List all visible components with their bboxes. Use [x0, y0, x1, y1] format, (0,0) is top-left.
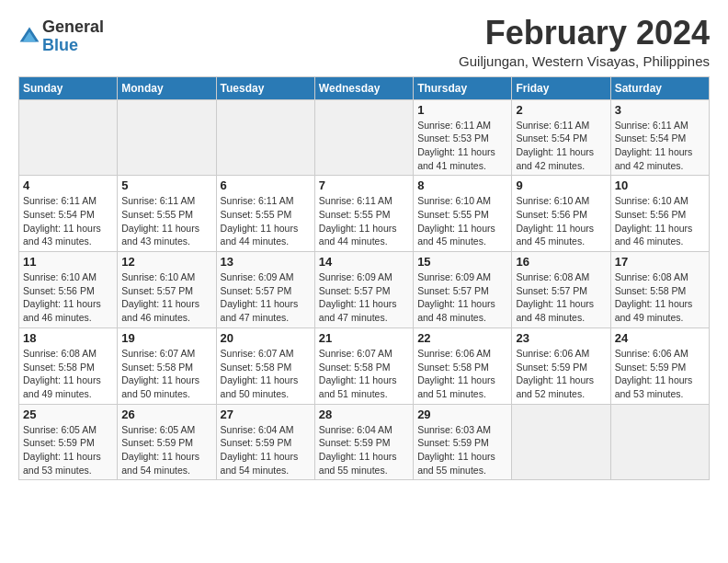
calendar-cell: 29Sunrise: 6:03 AM Sunset: 5:59 PM Dayli… [414, 404, 512, 480]
day-number: 12 [121, 255, 211, 269]
logo-icon [18, 26, 40, 48]
calendar-cell [610, 404, 709, 480]
calendar-cell [314, 99, 413, 176]
day-number: 4 [23, 178, 113, 192]
calendar-cell: 24Sunrise: 6:06 AM Sunset: 5:59 PM Dayli… [610, 327, 709, 404]
day-number: 10 [615, 178, 705, 192]
day-number: 2 [516, 103, 606, 117]
header-row: SundayMondayTuesdayWednesdayThursdayFrid… [19, 76, 710, 99]
calendar-cell: 6Sunrise: 6:11 AM Sunset: 5:55 PM Daylig… [216, 176, 314, 252]
calendar-cell: 19Sunrise: 6:07 AM Sunset: 5:58 PM Dayli… [118, 327, 216, 404]
calendar-cell: 2Sunrise: 6:11 AM Sunset: 5:54 PM Daylig… [512, 99, 610, 176]
calendar-week-2: 4Sunrise: 6:11 AM Sunset: 5:54 PM Daylig… [19, 176, 710, 252]
day-info: Sunrise: 6:08 AM Sunset: 5:57 PM Dayligh… [516, 270, 606, 325]
calendar-cell: 1Sunrise: 6:11 AM Sunset: 5:53 PM Daylig… [414, 99, 512, 176]
month-title: February 2024 [459, 15, 710, 52]
logo-blue: Blue [42, 37, 104, 55]
day-info: Sunrise: 6:11 AM Sunset: 5:54 PM Dayligh… [23, 194, 113, 248]
calendar-week-1: 1Sunrise: 6:11 AM Sunset: 5:53 PM Daylig… [19, 99, 710, 176]
day-info: Sunrise: 6:05 AM Sunset: 5:59 PM Dayligh… [23, 423, 113, 477]
day-info: Sunrise: 6:08 AM Sunset: 5:58 PM Dayligh… [615, 270, 705, 325]
logo-general: General [42, 18, 104, 37]
calendar-cell: 23Sunrise: 6:06 AM Sunset: 5:59 PM Dayli… [512, 327, 610, 404]
calendar-cell: 18Sunrise: 6:08 AM Sunset: 5:58 PM Dayli… [19, 327, 118, 404]
day-number: 3 [615, 103, 705, 117]
day-info: Sunrise: 6:11 AM Sunset: 5:55 PM Dayligh… [121, 194, 211, 248]
location-title: Guiljungan, Western Visayas, Philippines [459, 53, 710, 69]
calendar-cell [19, 99, 118, 176]
calendar-cell [512, 404, 610, 480]
day-info: Sunrise: 6:10 AM Sunset: 5:57 PM Dayligh… [121, 270, 211, 325]
day-info: Sunrise: 6:10 AM Sunset: 5:56 PM Dayligh… [516, 194, 606, 248]
header-cell-friday: Friday [512, 76, 610, 99]
calendar-cell: 27Sunrise: 6:04 AM Sunset: 5:59 PM Dayli… [216, 404, 314, 480]
day-info: Sunrise: 6:09 AM Sunset: 5:57 PM Dayligh… [221, 270, 311, 325]
calendar-cell: 10Sunrise: 6:10 AM Sunset: 5:56 PM Dayli… [610, 176, 709, 252]
calendar-cell: 3Sunrise: 6:11 AM Sunset: 5:54 PM Daylig… [610, 99, 709, 176]
day-number: 8 [417, 178, 507, 192]
day-info: Sunrise: 6:06 AM Sunset: 5:58 PM Dayligh… [417, 347, 507, 401]
calendar-cell: 14Sunrise: 6:09 AM Sunset: 5:57 PM Dayli… [314, 252, 413, 328]
day-number: 9 [516, 178, 606, 192]
calendar-cell: 21Sunrise: 6:07 AM Sunset: 5:58 PM Dayli… [314, 327, 413, 404]
calendar-cell: 26Sunrise: 6:05 AM Sunset: 5:59 PM Dayli… [118, 404, 216, 480]
day-number: 7 [319, 178, 409, 192]
calendar-cell: 17Sunrise: 6:08 AM Sunset: 5:58 PM Dayli… [610, 252, 709, 328]
day-info: Sunrise: 6:06 AM Sunset: 5:59 PM Dayligh… [516, 347, 606, 401]
calendar-cell [216, 99, 314, 176]
day-info: Sunrise: 6:10 AM Sunset: 5:56 PM Dayligh… [23, 270, 113, 325]
day-info: Sunrise: 6:09 AM Sunset: 5:57 PM Dayligh… [319, 270, 409, 325]
calendar-cell: 13Sunrise: 6:09 AM Sunset: 5:57 PM Dayli… [216, 252, 314, 328]
calendar-cell: 22Sunrise: 6:06 AM Sunset: 5:58 PM Dayli… [414, 327, 512, 404]
calendar-table: SundayMondayTuesdayWednesdayThursdayFrid… [18, 76, 710, 481]
day-info: Sunrise: 6:11 AM Sunset: 5:55 PM Dayligh… [319, 194, 409, 248]
day-number: 20 [221, 331, 311, 345]
day-number: 11 [23, 255, 113, 269]
day-number: 25 [23, 408, 113, 421]
header-cell-thursday: Thursday [414, 76, 512, 99]
calendar-cell: 5Sunrise: 6:11 AM Sunset: 5:55 PM Daylig… [118, 176, 216, 252]
day-info: Sunrise: 6:07 AM Sunset: 5:58 PM Dayligh… [221, 347, 311, 401]
day-number: 15 [417, 255, 507, 269]
calendar-cell: 4Sunrise: 6:11 AM Sunset: 5:54 PM Daylig… [19, 176, 118, 252]
day-number: 21 [319, 331, 409, 345]
header-cell-wednesday: Wednesday [314, 76, 413, 99]
day-number: 1 [417, 103, 507, 117]
header-cell-saturday: Saturday [610, 76, 709, 99]
calendar-cell: 15Sunrise: 6:09 AM Sunset: 5:57 PM Dayli… [414, 252, 512, 328]
calendar-cell: 16Sunrise: 6:08 AM Sunset: 5:57 PM Dayli… [512, 252, 610, 328]
day-number: 23 [516, 331, 606, 345]
title-area: February 2024 Guiljungan, Western Visaya… [459, 15, 710, 69]
day-info: Sunrise: 6:04 AM Sunset: 5:59 PM Dayligh… [221, 423, 311, 477]
day-info: Sunrise: 6:11 AM Sunset: 5:54 PM Dayligh… [615, 119, 705, 173]
calendar-week-5: 25Sunrise: 6:05 AM Sunset: 5:59 PM Dayli… [19, 404, 710, 480]
calendar-cell: 12Sunrise: 6:10 AM Sunset: 5:57 PM Dayli… [118, 252, 216, 328]
day-number: 29 [417, 408, 507, 421]
calendar-cell: 7Sunrise: 6:11 AM Sunset: 5:55 PM Daylig… [314, 176, 413, 252]
day-number: 26 [121, 408, 211, 421]
day-number: 13 [221, 255, 311, 269]
day-info: Sunrise: 6:07 AM Sunset: 5:58 PM Dayligh… [121, 347, 211, 401]
day-info: Sunrise: 6:11 AM Sunset: 5:53 PM Dayligh… [417, 119, 507, 173]
day-number: 28 [319, 408, 409, 421]
day-number: 16 [516, 255, 606, 269]
calendar-cell: 28Sunrise: 6:04 AM Sunset: 5:59 PM Dayli… [314, 404, 413, 480]
day-number: 22 [417, 331, 507, 345]
day-info: Sunrise: 6:09 AM Sunset: 5:57 PM Dayligh… [417, 270, 507, 325]
day-number: 5 [121, 178, 211, 192]
logo-text: General Blue [42, 18, 104, 55]
header-cell-sunday: Sunday [19, 76, 118, 99]
day-info: Sunrise: 6:10 AM Sunset: 5:56 PM Dayligh… [615, 194, 705, 248]
day-number: 14 [319, 255, 409, 269]
logo: General Blue [18, 18, 104, 55]
calendar-cell: 25Sunrise: 6:05 AM Sunset: 5:59 PM Dayli… [19, 404, 118, 480]
day-info: Sunrise: 6:07 AM Sunset: 5:58 PM Dayligh… [319, 347, 409, 401]
day-number: 17 [615, 255, 705, 269]
day-info: Sunrise: 6:03 AM Sunset: 5:59 PM Dayligh… [417, 423, 507, 477]
day-number: 27 [221, 408, 311, 421]
day-info: Sunrise: 6:11 AM Sunset: 5:54 PM Dayligh… [516, 119, 606, 173]
day-number: 18 [23, 331, 113, 345]
header-cell-monday: Monday [118, 76, 216, 99]
day-info: Sunrise: 6:05 AM Sunset: 5:59 PM Dayligh… [121, 423, 211, 477]
calendar-cell: 8Sunrise: 6:10 AM Sunset: 5:55 PM Daylig… [414, 176, 512, 252]
